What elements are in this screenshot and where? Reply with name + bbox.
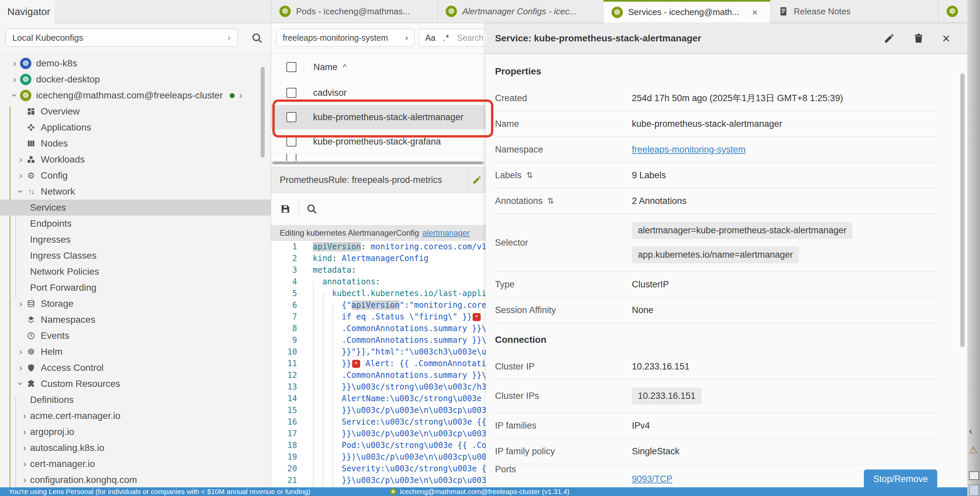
kubernetes-icon: ☸ [947, 6, 958, 17]
lens-app-window: Navigator ☸Pods - icecheng@mathmas...☸Al… [0, 0, 980, 496]
service-row-kube-prometheus-stack-grafana[interactable]: kube-prometheus-stack-grafana [271, 129, 486, 154]
sidebar-item-docker-desktop[interactable]: ›☸docker-desktop [0, 72, 271, 87]
sidebar-item-helm[interactable]: ›☸Helm [0, 344, 271, 360]
sidebar-item-network-policies[interactable]: Network Policies [0, 264, 271, 280]
row-checkbox[interactable] [286, 112, 296, 122]
chevron-icon[interactable]: › [10, 94, 20, 97]
services-pane: freeleaps-monitoring-system › Aa .* Sear… [271, 23, 486, 487]
sidebar-item-ingress-classes[interactable]: Ingress Classes [0, 248, 271, 264]
close-icon[interactable]: × [752, 7, 758, 18]
save-icon[interactable] [280, 203, 291, 215]
panel-scrollbar[interactable] [960, 73, 965, 347]
chevron-icon[interactable]: › [23, 426, 26, 437]
chevron-right-icon[interactable]: › [239, 90, 242, 101]
edit-icon[interactable] [883, 33, 895, 44]
chevron-icon[interactable]: › [19, 299, 22, 309]
chevron-icon[interactable]: › [19, 154, 22, 165]
delete-icon[interactable] [913, 33, 924, 44]
sidebar-item-label: Workloads [41, 154, 85, 165]
service-row-kube-prometheus-stack-alertmanager[interactable]: kube-prometheus-stack-alertmanager [271, 105, 486, 129]
regex-toggle[interactable]: .* [443, 33, 450, 43]
property-row-ip-family-policy: IP family policySingleStack [495, 439, 937, 464]
sidebar-item-label: configuration.konghq.com [30, 475, 137, 485]
sidebar-item-applications[interactable]: Applications [0, 119, 271, 135]
chevron-icon[interactable]: › [15, 190, 26, 193]
chevron-icon[interactable]: › [15, 382, 26, 385]
list-horizontal-scrollbar[interactable] [271, 161, 486, 165]
sidebar-item-config[interactable]: ›⚙Config [0, 168, 271, 184]
service-detail-panel: Service: kube-prometheus-stack-alertmana… [486, 23, 967, 487]
tab-services-icecheng-math-[interactable]: ☸Services - icecheng@math...× [603, 0, 770, 23]
sidebar-item-namespaces[interactable]: Namespaces [0, 312, 271, 328]
property-value: kube-prometheus-stack-alertmanager [632, 119, 782, 129]
sort-toggle-icon[interactable]: ⇅ [547, 196, 554, 206]
sidebar-item-network[interactable]: ›↑↓Network [0, 184, 271, 200]
namespaces-icon [26, 315, 36, 325]
sidebar-item-demo-k8s[interactable]: ›☸demo-k8s [0, 56, 271, 72]
chevron-icon[interactable]: › [19, 362, 22, 373]
sidebar-item-events[interactable]: Events [0, 328, 271, 344]
chevron-icon[interactable]: › [23, 459, 26, 469]
scrollbar-thumb[interactable] [272, 162, 483, 164]
sort-asc-icon[interactable]: ^ [343, 62, 347, 72]
sidebar-item-acme-cert-manager-io[interactable]: ›acme.cert-manager.io [0, 408, 271, 424]
tab-bar: Navigator ☸Pods - icecheng@mathmas...☸Al… [0, 0, 967, 23]
chevron-icon[interactable]: › [19, 170, 22, 181]
chevron-icon[interactable]: › [23, 475, 26, 485]
namespace-select[interactable]: freeleaps-monitoring-system › [276, 29, 415, 47]
edit-icon[interactable] [468, 175, 486, 185]
property-value: IPv4 [632, 421, 650, 431]
sidebar-item-nodes[interactable]: Nodes [0, 135, 271, 151]
chevron-icon[interactable]: › [23, 410, 26, 421]
service-row-cadvisor[interactable]: cadvisor [271, 81, 486, 105]
select-all-checkbox[interactable] [286, 62, 296, 72]
search-icon[interactable] [251, 32, 263, 44]
property-label: Annotations [495, 196, 543, 206]
editing-object-link[interactable]: alertmanager [423, 228, 469, 238]
sidebar-item-label: Events [41, 331, 69, 341]
sidebar-item-services[interactable]: Services [0, 200, 271, 216]
sidebar-item-workloads[interactable]: ›Workloads [0, 151, 271, 168]
sidebar-item-custom-resources[interactable]: ›Custom Resources [0, 376, 271, 392]
yaml-editor[interactable]: 123456789101112131415161718192021 apiVer… [271, 241, 486, 487]
tab-partial[interactable]: ☸ [939, 0, 968, 23]
sidebar-item-port-forwarding[interactable]: Port Forwarding [0, 280, 271, 296]
search-icon[interactable] [306, 203, 317, 215]
sidebar-item-access-control[interactable]: ›Access Control [0, 360, 271, 376]
sidebar-item-autoscaling-k8s-io[interactable]: ›autoscaling.k8s.io [0, 440, 271, 456]
sidebar-item-overview[interactable]: Overview [0, 103, 271, 119]
sidebar-item-ingresses[interactable]: Ingresses [0, 232, 271, 248]
sidebar-item-endpoints[interactable]: Endpoints [0, 216, 271, 232]
prometheusrule-bar: PrometheusRule: freepeals-prod-metrics [271, 167, 486, 193]
kubeconfig-select[interactable]: Local Kubeconfigs › [5, 29, 238, 47]
sidebar-item-configuration-konghq-com[interactable]: ›configuration.konghq.com [0, 472, 271, 487]
sort-toggle-icon[interactable]: ⇅ [527, 170, 533, 180]
row-checkbox[interactable] [286, 137, 296, 146]
name-column-header[interactable]: Name [313, 62, 337, 72]
chevron-icon[interactable]: › [19, 347, 22, 357]
chevron-icon[interactable]: › [13, 74, 16, 85]
sidebar-item-label: Custom Resources [41, 378, 120, 389]
match-case-toggle[interactable]: Aa [425, 33, 436, 43]
sidebar-item-argoproj-io[interactable]: ›argoproj.io [0, 424, 271, 440]
chevron-left-icon[interactable]: ‹ [969, 425, 973, 437]
tab-release-notes[interactable]: Release Notes [770, 0, 939, 23]
sidebar-item-definitions[interactable]: Definitions [0, 392, 271, 408]
chevron-icon[interactable]: › [23, 443, 26, 453]
port-link[interactable]: 9093/TCP [632, 474, 673, 484]
sidebar-item-cert-manager-io[interactable]: ›cert-manager.io [0, 456, 271, 472]
close-icon[interactable]: × [942, 33, 950, 44]
tab-alertmanager-configs-ice[interactable]: ☸Alertmanager Configs - icec... [438, 0, 603, 23]
list-search-input[interactable]: Aa .* Search [419, 29, 486, 47]
stop-remove-button[interactable]: Stop/Remove [864, 470, 937, 488]
sidebar-item-icecheng-mathmast-com-freeleaps-cluster[interactable]: ›☸icecheng@mathmast.com@freeleaps-cluste… [0, 87, 271, 103]
chevron-icon[interactable]: › [13, 58, 16, 69]
kubernetes-icon: ☸ [20, 74, 31, 85]
sidebar-item-storage[interactable]: ›Storage [0, 296, 271, 312]
sidebar-scrollbar[interactable] [261, 67, 265, 157]
connected-cluster-label: icecheng@mathmast.com@freeleaps-cluster … [400, 488, 570, 496]
namespace-link[interactable]: freeleaps-monitoring-system [632, 145, 746, 154]
editor-code[interactable]: apiVersion: monitoring.coreos.com/v1kind… [313, 241, 486, 486]
tab-pods-icecheng-mathmas-[interactable]: ☸Pods - icecheng@mathmas... [271, 0, 438, 23]
row-checkbox[interactable] [286, 88, 296, 98]
